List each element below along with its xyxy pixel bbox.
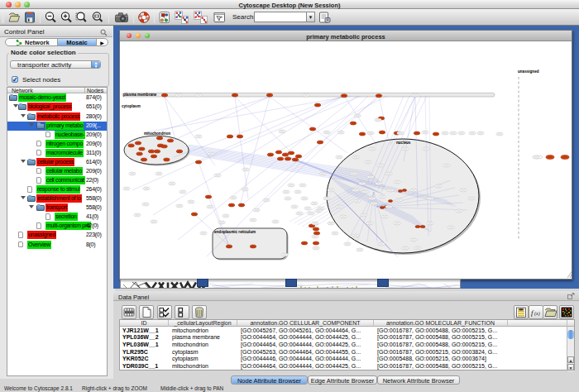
svg-text:plasma membrane: plasma membrane [123,93,157,97]
svg-text:(x): (x) [534,311,540,317]
svg-text:endoplasmic reticulum: endoplasmic reticulum [214,230,256,234]
svg-text:mitochondrion: mitochondrion [144,131,170,136]
svg-text:cytoplasm: cytoplasm [122,104,141,108]
svg-text:nucleus: nucleus [396,141,411,145]
svg-text:unassigned: unassigned [518,69,539,74]
